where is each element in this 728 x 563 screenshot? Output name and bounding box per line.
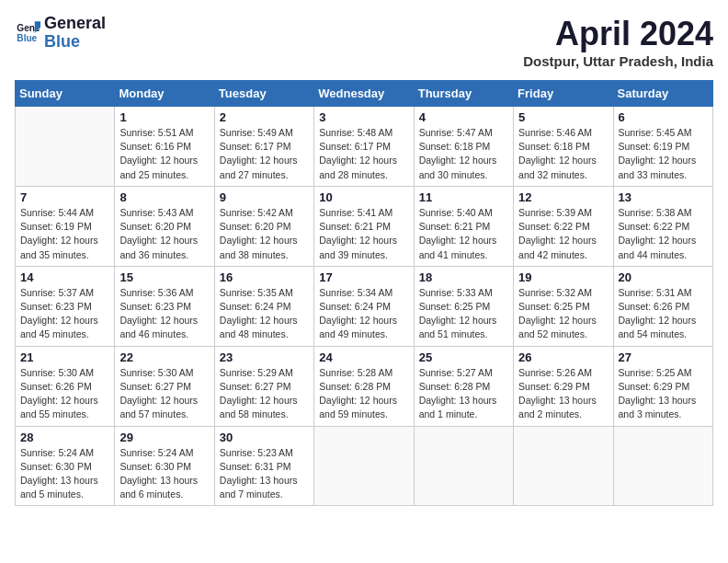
cell-info: Sunrise: 5:34 AMSunset: 6:24 PMDaylight:…: [319, 286, 408, 342]
cell-info: Sunrise: 5:27 AMSunset: 6:28 PMDaylight:…: [419, 366, 508, 422]
day-number: 17: [319, 270, 408, 284]
cell-info: Sunrise: 5:39 AMSunset: 6:22 PMDaylight:…: [518, 206, 608, 262]
calendar-cell: 7Sunrise: 5:44 AMSunset: 6:19 PMDaylight…: [16, 186, 115, 266]
cell-info: Sunrise: 5:25 AMSunset: 6:29 PMDaylight:…: [619, 366, 708, 422]
calendar-cell: 18Sunrise: 5:33 AMSunset: 6:25 PMDayligh…: [414, 266, 513, 346]
cell-info: Sunrise: 5:42 AMSunset: 6:20 PMDaylight:…: [220, 206, 309, 262]
calendar-cell: 17Sunrise: 5:34 AMSunset: 6:24 PMDayligh…: [314, 266, 414, 346]
cell-info: Sunrise: 5:37 AMSunset: 6:23 PMDaylight:…: [20, 286, 109, 342]
day-number: 15: [119, 270, 209, 284]
day-number: 25: [419, 350, 508, 364]
calendar-cell: [414, 426, 513, 506]
calendar-cell: 27Sunrise: 5:25 AMSunset: 6:29 PMDayligh…: [613, 346, 712, 426]
cell-info: Sunrise: 5:30 AMSunset: 6:27 PMDaylight:…: [119, 366, 209, 422]
calendar-cell: 13Sunrise: 5:38 AMSunset: 6:22 PMDayligh…: [613, 186, 712, 266]
cell-info: Sunrise: 5:32 AMSunset: 6:25 PMDaylight:…: [518, 286, 608, 342]
calendar-cell: 6Sunrise: 5:45 AMSunset: 6:19 PMDaylight…: [613, 107, 712, 187]
month-title: April 2024: [523, 15, 713, 53]
day-number: 24: [319, 350, 408, 364]
day-number: 19: [518, 270, 608, 284]
day-number: 23: [220, 350, 309, 364]
cell-info: Sunrise: 5:26 AMSunset: 6:29 PMDaylight:…: [518, 366, 608, 422]
col-header-sunday: Sunday: [16, 81, 115, 107]
day-number: 21: [20, 350, 109, 364]
cell-info: Sunrise: 5:51 AMSunset: 6:16 PMDaylight:…: [119, 126, 209, 182]
day-number: 14: [20, 270, 109, 284]
calendar-cell: 4Sunrise: 5:47 AMSunset: 6:18 PMDaylight…: [414, 107, 513, 187]
col-header-thursday: Thursday: [414, 81, 513, 107]
cell-info: Sunrise: 5:28 AMSunset: 6:28 PMDaylight:…: [319, 366, 408, 422]
cell-info: Sunrise: 5:23 AMSunset: 6:31 PMDaylight:…: [220, 446, 309, 502]
day-number: 27: [619, 350, 708, 364]
calendar-cell: 14Sunrise: 5:37 AMSunset: 6:23 PMDayligh…: [16, 266, 115, 346]
calendar-header: SundayMondayTuesdayWednesdayThursdayFrid…: [16, 81, 713, 107]
cell-info: Sunrise: 5:49 AMSunset: 6:17 PMDaylight:…: [220, 126, 309, 182]
col-header-monday: Monday: [115, 81, 214, 107]
cell-info: Sunrise: 5:44 AMSunset: 6:19 PMDaylight:…: [20, 206, 109, 262]
day-number: 3: [319, 110, 408, 124]
location: Dostpur, Uttar Pradesh, India: [523, 53, 713, 69]
cell-info: Sunrise: 5:36 AMSunset: 6:23 PMDaylight:…: [119, 286, 209, 342]
cell-info: Sunrise: 5:30 AMSunset: 6:26 PMDaylight:…: [20, 366, 109, 422]
day-number: 9: [220, 190, 309, 204]
day-number: 4: [419, 110, 508, 124]
day-number: 20: [619, 270, 708, 284]
day-number: 12: [518, 190, 608, 204]
calendar-cell: 10Sunrise: 5:41 AMSunset: 6:21 PMDayligh…: [314, 186, 414, 266]
day-number: 1: [119, 110, 209, 124]
day-number: 26: [518, 350, 608, 364]
cell-info: Sunrise: 5:35 AMSunset: 6:24 PMDaylight:…: [220, 286, 309, 342]
day-number: 11: [419, 190, 508, 204]
calendar-cell: [314, 426, 414, 506]
cell-info: Sunrise: 5:46 AMSunset: 6:18 PMDaylight:…: [518, 126, 608, 182]
calendar-cell: 3Sunrise: 5:48 AMSunset: 6:17 PMDaylight…: [314, 107, 414, 187]
logo: General Blue General Blue: [15, 15, 106, 52]
calendar-cell: 26Sunrise: 5:26 AMSunset: 6:29 PMDayligh…: [514, 346, 613, 426]
cell-info: Sunrise: 5:29 AMSunset: 6:27 PMDaylight:…: [220, 366, 309, 422]
calendar-cell: 15Sunrise: 5:36 AMSunset: 6:23 PMDayligh…: [115, 266, 214, 346]
calendar-cell: [16, 107, 115, 187]
day-number: 6: [619, 110, 708, 124]
calendar-cell: 19Sunrise: 5:32 AMSunset: 6:25 PMDayligh…: [514, 266, 613, 346]
cell-info: Sunrise: 5:24 AMSunset: 6:30 PMDaylight:…: [20, 446, 109, 502]
day-number: 7: [20, 190, 109, 204]
cell-info: Sunrise: 5:43 AMSunset: 6:20 PMDaylight:…: [119, 206, 209, 262]
cell-info: Sunrise: 5:31 AMSunset: 6:26 PMDaylight:…: [619, 286, 708, 342]
calendar-cell: [613, 426, 712, 506]
calendar-cell: 9Sunrise: 5:42 AMSunset: 6:20 PMDaylight…: [214, 186, 313, 266]
calendar-cell: 11Sunrise: 5:40 AMSunset: 6:21 PMDayligh…: [414, 186, 513, 266]
calendar-cell: 5Sunrise: 5:46 AMSunset: 6:18 PMDaylight…: [514, 107, 613, 187]
day-number: 30: [220, 431, 309, 444]
calendar-cell: 12Sunrise: 5:39 AMSunset: 6:22 PMDayligh…: [514, 186, 613, 266]
col-header-friday: Friday: [514, 81, 613, 107]
calendar-table: SundayMondayTuesdayWednesdayThursdayFrid…: [15, 80, 713, 506]
day-number: 2: [220, 110, 309, 124]
day-number: 28: [20, 431, 109, 444]
page-header: General Blue General Blue April 2024 Dos…: [15, 15, 713, 69]
cell-info: Sunrise: 5:38 AMSunset: 6:22 PMDaylight:…: [619, 206, 708, 262]
col-header-saturday: Saturday: [613, 81, 712, 107]
cell-info: Sunrise: 5:47 AMSunset: 6:18 PMDaylight:…: [419, 126, 508, 182]
svg-text:Blue: Blue: [17, 33, 37, 43]
cell-info: Sunrise: 5:24 AMSunset: 6:30 PMDaylight:…: [119, 446, 209, 502]
calendar-cell: 23Sunrise: 5:29 AMSunset: 6:27 PMDayligh…: [214, 346, 313, 426]
calendar-cell: 29Sunrise: 5:24 AMSunset: 6:30 PMDayligh…: [115, 426, 214, 506]
calendar-cell: 22Sunrise: 5:30 AMSunset: 6:27 PMDayligh…: [115, 346, 214, 426]
col-header-tuesday: Tuesday: [214, 81, 313, 107]
calendar-cell: 24Sunrise: 5:28 AMSunset: 6:28 PMDayligh…: [314, 346, 414, 426]
calendar-cell: [514, 426, 613, 506]
calendar-cell: 28Sunrise: 5:24 AMSunset: 6:30 PMDayligh…: [16, 426, 115, 506]
day-number: 13: [619, 190, 708, 204]
cell-info: Sunrise: 5:41 AMSunset: 6:21 PMDaylight:…: [319, 206, 408, 262]
cell-info: Sunrise: 5:48 AMSunset: 6:17 PMDaylight:…: [319, 126, 408, 182]
calendar-cell: 8Sunrise: 5:43 AMSunset: 6:20 PMDaylight…: [115, 186, 214, 266]
cell-info: Sunrise: 5:40 AMSunset: 6:21 PMDaylight:…: [419, 206, 508, 262]
calendar-cell: 20Sunrise: 5:31 AMSunset: 6:26 PMDayligh…: [613, 266, 712, 346]
logo-icon: General Blue: [15, 20, 40, 46]
calendar-cell: 16Sunrise: 5:35 AMSunset: 6:24 PMDayligh…: [214, 266, 313, 346]
cell-info: Sunrise: 5:45 AMSunset: 6:19 PMDaylight:…: [619, 126, 708, 182]
cell-info: Sunrise: 5:33 AMSunset: 6:25 PMDaylight:…: [419, 286, 508, 342]
day-number: 22: [119, 350, 209, 364]
day-number: 16: [220, 270, 309, 284]
calendar-cell: 21Sunrise: 5:30 AMSunset: 6:26 PMDayligh…: [16, 346, 115, 426]
